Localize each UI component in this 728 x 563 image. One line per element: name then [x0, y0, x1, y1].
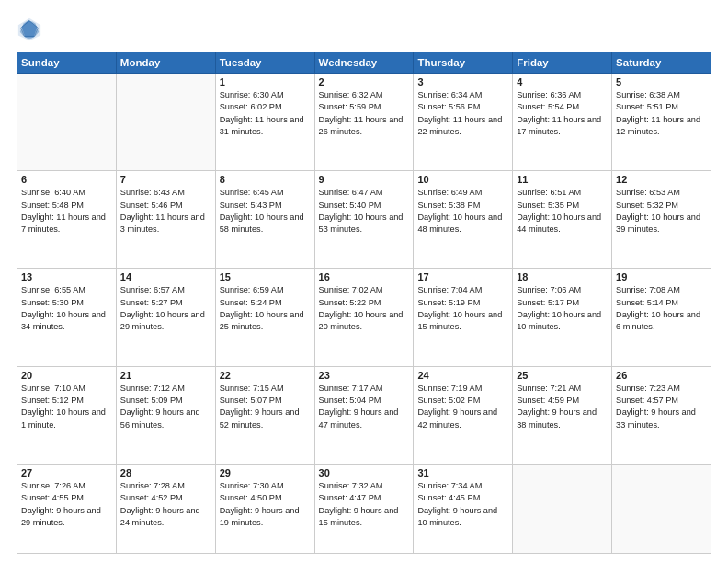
cell-content: Sunrise: 6:47 AMSunset: 5:40 PMDaylight:…: [319, 187, 410, 236]
calendar-cell: [513, 464, 612, 553]
cell-content: Sunrise: 7:02 AMSunset: 5:22 PMDaylight:…: [319, 284, 410, 333]
calendar-cell: 24Sunrise: 7:19 AMSunset: 5:02 PMDayligh…: [414, 366, 513, 464]
day-number: 23: [319, 370, 410, 381]
day-number: 27: [21, 467, 112, 478]
calendar-cell: 20Sunrise: 7:10 AMSunset: 5:12 PMDayligh…: [17, 366, 117, 464]
day-number: 6: [21, 174, 112, 185]
day-number: 22: [220, 370, 311, 381]
cell-content: Sunrise: 6:34 AMSunset: 5:56 PMDaylight:…: [417, 89, 508, 138]
weekday-header: Tuesday: [215, 52, 314, 74]
calendar-cell: 12Sunrise: 6:53 AMSunset: 5:32 PMDayligh…: [612, 171, 711, 269]
calendar-cell: 10Sunrise: 6:49 AMSunset: 5:38 PMDayligh…: [414, 171, 513, 269]
cell-content: Sunrise: 7:04 AMSunset: 5:19 PMDaylight:…: [417, 284, 508, 333]
calendar-week-row: 6Sunrise: 6:40 AMSunset: 5:48 PMDaylight…: [17, 171, 711, 269]
calendar-cell: 25Sunrise: 7:21 AMSunset: 4:59 PMDayligh…: [513, 366, 612, 464]
calendar-cell: 13Sunrise: 6:55 AMSunset: 5:30 PMDayligh…: [17, 269, 117, 366]
calendar-cell: 31Sunrise: 7:34 AMSunset: 4:45 PMDayligh…: [414, 464, 513, 553]
cell-content: Sunrise: 7:10 AMSunset: 5:12 PMDaylight:…: [21, 383, 112, 431]
cell-content: Sunrise: 7:19 AMSunset: 5:02 PMDaylight:…: [417, 383, 508, 431]
weekday-header: Monday: [116, 52, 215, 74]
calendar-cell: 2Sunrise: 6:32 AMSunset: 5:59 PMDaylight…: [314, 74, 414, 171]
calendar-cell: 14Sunrise: 6:57 AMSunset: 5:27 PMDayligh…: [116, 269, 215, 366]
header: [17, 17, 711, 42]
cell-content: Sunrise: 7:06 AMSunset: 5:17 PMDaylight:…: [517, 284, 608, 333]
calendar-cell: 5Sunrise: 6:38 AMSunset: 5:51 PMDaylight…: [612, 74, 711, 171]
cell-content: Sunrise: 7:08 AMSunset: 5:14 PMDaylight:…: [616, 284, 707, 333]
calendar-cell: 28Sunrise: 7:28 AMSunset: 4:52 PMDayligh…: [116, 464, 215, 553]
day-number: 1: [220, 76, 311, 87]
calendar-cell: 27Sunrise: 7:26 AMSunset: 4:55 PMDayligh…: [17, 464, 117, 553]
calendar-table: SundayMondayTuesdayWednesdayThursdayFrid…: [17, 52, 711, 554]
cell-content: Sunrise: 6:55 AMSunset: 5:30 PMDaylight:…: [21, 284, 112, 333]
calendar-cell: 26Sunrise: 7:23 AMSunset: 4:57 PMDayligh…: [612, 366, 711, 464]
weekday-header: Wednesday: [314, 52, 414, 74]
day-number: 24: [417, 370, 508, 381]
day-number: 17: [417, 271, 508, 282]
day-number: 8: [220, 174, 311, 185]
day-number: 30: [319, 467, 410, 478]
calendar-cell: 30Sunrise: 7:32 AMSunset: 4:47 PMDayligh…: [314, 464, 414, 553]
cell-content: Sunrise: 6:40 AMSunset: 5:48 PMDaylight:…: [21, 187, 112, 236]
calendar-cell: 6Sunrise: 6:40 AMSunset: 5:48 PMDaylight…: [17, 171, 117, 269]
calendar-cell: 16Sunrise: 7:02 AMSunset: 5:22 PMDayligh…: [314, 269, 414, 366]
cell-content: Sunrise: 7:17 AMSunset: 5:04 PMDaylight:…: [319, 383, 410, 431]
weekday-header: Friday: [513, 52, 612, 74]
logo: [17, 17, 46, 42]
calendar-week-row: 20Sunrise: 7:10 AMSunset: 5:12 PMDayligh…: [17, 366, 711, 464]
cell-content: Sunrise: 7:15 AMSunset: 5:07 PMDaylight:…: [220, 383, 311, 431]
calendar-cell: [612, 464, 711, 553]
calendar-cell: 9Sunrise: 6:47 AMSunset: 5:40 PMDaylight…: [314, 171, 414, 269]
cell-content: Sunrise: 6:57 AMSunset: 5:27 PMDaylight:…: [120, 284, 211, 333]
calendar-cell: 11Sunrise: 6:51 AMSunset: 5:35 PMDayligh…: [513, 171, 612, 269]
weekday-header: Saturday: [612, 52, 711, 74]
calendar-cell: 4Sunrise: 6:36 AMSunset: 5:54 PMDaylight…: [513, 74, 612, 171]
day-number: 10: [417, 174, 508, 185]
day-number: 12: [616, 174, 707, 185]
day-number: 29: [220, 467, 311, 478]
calendar-cell: 29Sunrise: 7:30 AMSunset: 4:50 PMDayligh…: [215, 464, 314, 553]
cell-content: Sunrise: 6:36 AMSunset: 5:54 PMDaylight:…: [517, 89, 608, 138]
day-number: 18: [517, 271, 608, 282]
logo-icon: [17, 17, 42, 42]
day-number: 21: [120, 370, 211, 381]
cell-content: Sunrise: 7:26 AMSunset: 4:55 PMDaylight:…: [21, 480, 112, 529]
day-number: 4: [517, 76, 608, 87]
calendar-cell: 1Sunrise: 6:30 AMSunset: 6:02 PMDaylight…: [215, 74, 314, 171]
cell-content: Sunrise: 6:43 AMSunset: 5:46 PMDaylight:…: [120, 187, 211, 236]
day-number: 11: [517, 174, 608, 185]
cell-content: Sunrise: 7:12 AMSunset: 5:09 PMDaylight:…: [120, 383, 211, 431]
weekday-header: Sunday: [17, 52, 117, 74]
calendar-week-row: 13Sunrise: 6:55 AMSunset: 5:30 PMDayligh…: [17, 269, 711, 366]
day-number: 7: [120, 174, 211, 185]
day-number: 28: [120, 467, 211, 478]
day-number: 3: [417, 76, 508, 87]
calendar-cell: 19Sunrise: 7:08 AMSunset: 5:14 PMDayligh…: [612, 269, 711, 366]
calendar-cell: [17, 74, 117, 171]
day-number: 9: [319, 174, 410, 185]
cell-content: Sunrise: 6:59 AMSunset: 5:24 PMDaylight:…: [220, 284, 311, 333]
day-number: 14: [120, 271, 211, 282]
cell-content: Sunrise: 6:49 AMSunset: 5:38 PMDaylight:…: [417, 187, 508, 236]
cell-content: Sunrise: 7:23 AMSunset: 4:57 PMDaylight:…: [616, 383, 707, 431]
cell-content: Sunrise: 6:53 AMSunset: 5:32 PMDaylight:…: [616, 187, 707, 236]
day-number: 15: [220, 271, 311, 282]
day-number: 13: [21, 271, 112, 282]
cell-content: Sunrise: 6:45 AMSunset: 5:43 PMDaylight:…: [220, 187, 311, 236]
calendar-cell: 18Sunrise: 7:06 AMSunset: 5:17 PMDayligh…: [513, 269, 612, 366]
day-number: 20: [21, 370, 112, 381]
calendar-cell: 22Sunrise: 7:15 AMSunset: 5:07 PMDayligh…: [215, 366, 314, 464]
day-number: 2: [319, 76, 410, 87]
calendar-week-row: 1Sunrise: 6:30 AMSunset: 6:02 PMDaylight…: [17, 74, 711, 171]
cell-content: Sunrise: 7:30 AMSunset: 4:50 PMDaylight:…: [220, 480, 311, 529]
cell-content: Sunrise: 6:30 AMSunset: 6:02 PMDaylight:…: [220, 89, 311, 138]
cell-content: Sunrise: 6:38 AMSunset: 5:51 PMDaylight:…: [616, 89, 707, 138]
day-number: 19: [616, 271, 707, 282]
calendar-week-row: 27Sunrise: 7:26 AMSunset: 4:55 PMDayligh…: [17, 464, 711, 553]
cell-content: Sunrise: 7:32 AMSunset: 4:47 PMDaylight:…: [319, 480, 410, 529]
cell-content: Sunrise: 7:28 AMSunset: 4:52 PMDaylight:…: [120, 480, 211, 529]
cell-content: Sunrise: 6:32 AMSunset: 5:59 PMDaylight:…: [319, 89, 410, 138]
day-number: 31: [417, 467, 508, 478]
calendar-cell: 15Sunrise: 6:59 AMSunset: 5:24 PMDayligh…: [215, 269, 314, 366]
calendar-cell: 23Sunrise: 7:17 AMSunset: 5:04 PMDayligh…: [314, 366, 414, 464]
calendar-cell: 8Sunrise: 6:45 AMSunset: 5:43 PMDaylight…: [215, 171, 314, 269]
